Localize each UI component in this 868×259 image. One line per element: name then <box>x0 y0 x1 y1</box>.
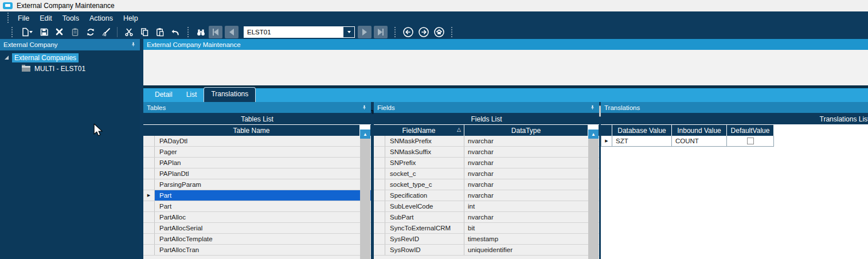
field-row[interactable]: SysRevIDtimestamp <box>374 234 599 245</box>
cell-table-name[interactable]: PAPlanDtl <box>155 168 360 179</box>
record-id-input[interactable] <box>244 27 343 37</box>
row-selector[interactable]: ▶ <box>143 190 155 201</box>
menu-actions[interactable]: Actions <box>84 13 118 23</box>
toolbar-grip-handle[interactable] <box>394 27 396 37</box>
scrollbar-track[interactable] <box>588 139 599 259</box>
cell-table-name[interactable]: PartAllocTran <box>155 245 360 255</box>
table-row[interactable]: PartAllocTemplate <box>143 234 371 245</box>
undo-button[interactable] <box>167 25 183 38</box>
row-selector[interactable] <box>143 147 155 157</box>
row-selector[interactable] <box>374 212 385 222</box>
column-header-table-name[interactable]: Table Name <box>143 125 360 136</box>
menu-file[interactable]: File <box>13 13 34 23</box>
cell-datatype[interactable]: nvarchar <box>464 136 588 146</box>
table-row[interactable]: PartAllocSerial <box>143 223 371 234</box>
fields-scrollbar[interactable]: ▲ <box>588 125 599 259</box>
pin-icon[interactable] <box>589 104 596 111</box>
cell-datatype[interactable]: timestamp <box>464 234 588 244</box>
row-selector[interactable] <box>374 234 385 244</box>
cell-table-name[interactable]: PartAlloc <box>155 212 360 222</box>
row-selector[interactable] <box>374 201 385 211</box>
field-row[interactable]: SNMaskPrefixnvarchar <box>374 136 599 147</box>
tree-node-external-companies[interactable]: External Companies <box>0 53 140 62</box>
tables-scrollbar[interactable]: ▲ <box>360 125 370 259</box>
cell-datatype[interactable]: nvarchar <box>464 179 588 190</box>
new-dropdown-icon[interactable] <box>29 31 33 33</box>
cell-table-name[interactable]: Part <box>155 190 360 201</box>
field-row[interactable]: SysRowIDuniqueidentifier <box>374 245 599 256</box>
cut-button[interactable] <box>121 25 136 38</box>
row-selector[interactable] <box>143 179 155 190</box>
last-record-button[interactable] <box>374 26 388 38</box>
scrollbar-track[interactable] <box>360 139 370 259</box>
field-row[interactable]: SyncToExternalCRMbit <box>374 223 599 234</box>
forward-button[interactable] <box>416 25 431 38</box>
row-selector[interactable] <box>374 168 385 179</box>
cell-fieldname[interactable]: socket_c <box>385 168 464 179</box>
cell-fieldname[interactable]: Specification <box>385 190 464 201</box>
row-selector[interactable] <box>143 136 155 146</box>
row-selector[interactable] <box>374 179 385 190</box>
column-header-defaultvalue[interactable]: DefaultValue <box>727 125 774 136</box>
copy-button[interactable] <box>136 25 152 38</box>
paste-button[interactable] <box>152 25 167 38</box>
row-selector[interactable] <box>374 223 385 233</box>
cell-fieldname[interactable]: SNMaskPrefix <box>385 136 464 146</box>
tab-detail[interactable]: Detail <box>148 88 179 102</box>
tree-node-label[interactable]: MULTI - ELST01 <box>34 65 85 73</box>
refresh-button[interactable] <box>83 25 98 38</box>
field-row[interactable]: SubLevelCodeint <box>374 201 599 212</box>
cell-table-name[interactable]: PADayDtl <box>155 136 360 146</box>
tree-node-multi-elst01[interactable]: MULTI - ELST01 <box>0 64 140 73</box>
row-selector[interactable] <box>143 234 155 244</box>
cell-fieldname[interactable]: SubPart <box>385 212 464 222</box>
pin-icon[interactable] <box>361 104 367 111</box>
cell-table-name[interactable]: PAPlan <box>155 158 360 168</box>
delete-button[interactable] <box>52 25 67 38</box>
cell-table-name[interactable]: PartAllocTemplate <box>155 234 360 244</box>
row-selector[interactable] <box>374 147 385 157</box>
table-row[interactable]: Part <box>143 201 371 212</box>
row-selector[interactable] <box>143 223 155 233</box>
cell-table-name[interactable]: ParsingParam <box>155 179 360 190</box>
next-record-button[interactable] <box>358 26 372 38</box>
previous-record-button[interactable] <box>225 26 238 38</box>
cell-table-name[interactable]: Pager <box>155 147 360 157</box>
field-row[interactable]: socket_type_cnvarchar <box>374 179 599 190</box>
cell-datatype[interactable]: int <box>464 201 588 211</box>
cell-datatype[interactable]: nvarchar <box>464 190 588 201</box>
cell-datatype[interactable]: bit <box>464 223 588 233</box>
translation-row[interactable]: ▶SZTCOUNT <box>601 136 868 147</box>
cell-table-name[interactable]: Part <box>155 201 360 211</box>
save-button[interactable] <box>36 25 52 38</box>
menu-edit[interactable]: Edit <box>34 13 57 23</box>
defaultvalue-checkbox[interactable] <box>747 138 754 144</box>
cell-fieldname[interactable]: SysRevID <box>385 234 464 244</box>
tab-list[interactable]: List <box>179 88 204 102</box>
cell-datatype[interactable]: nvarchar <box>464 147 588 157</box>
row-selector[interactable] <box>143 168 155 179</box>
menubar-grip-handle[interactable] <box>7 13 9 23</box>
row-selector[interactable] <box>374 190 385 201</box>
cell-inbound-value[interactable]: COUNT <box>672 136 727 147</box>
cell-datatype[interactable]: uniqueidentifier <box>464 245 588 255</box>
column-header-inbound-value[interactable]: Inbound Value <box>672 125 727 136</box>
menu-tools[interactable]: Tools <box>57 13 84 23</box>
first-record-button[interactable] <box>209 26 222 38</box>
table-row[interactable]: PartAlloc <box>143 212 371 223</box>
scroll-up-icon[interactable]: ▲ <box>360 130 370 139</box>
attachments-button[interactable] <box>67 25 83 38</box>
table-row[interactable]: PartAllocTran <box>143 245 371 256</box>
back-button[interactable] <box>400 25 416 38</box>
home-button[interactable] <box>431 25 447 38</box>
cell-fieldname[interactable]: socket_type_c <box>385 179 464 190</box>
cell-datatype[interactable]: nvarchar <box>464 168 588 179</box>
field-row[interactable]: SNPrefixnvarchar <box>374 158 599 168</box>
record-combo[interactable] <box>244 26 355 38</box>
record-combo-dropdown-button[interactable] <box>343 27 354 37</box>
field-row[interactable]: Specificationnvarchar <box>374 190 599 201</box>
menu-help[interactable]: Help <box>118 13 143 23</box>
cell-fieldname[interactable]: SubLevelCode <box>385 201 464 211</box>
cell-datatype[interactable]: nvarchar <box>464 158 588 168</box>
field-row[interactable]: socket_cnvarchar <box>374 168 599 179</box>
